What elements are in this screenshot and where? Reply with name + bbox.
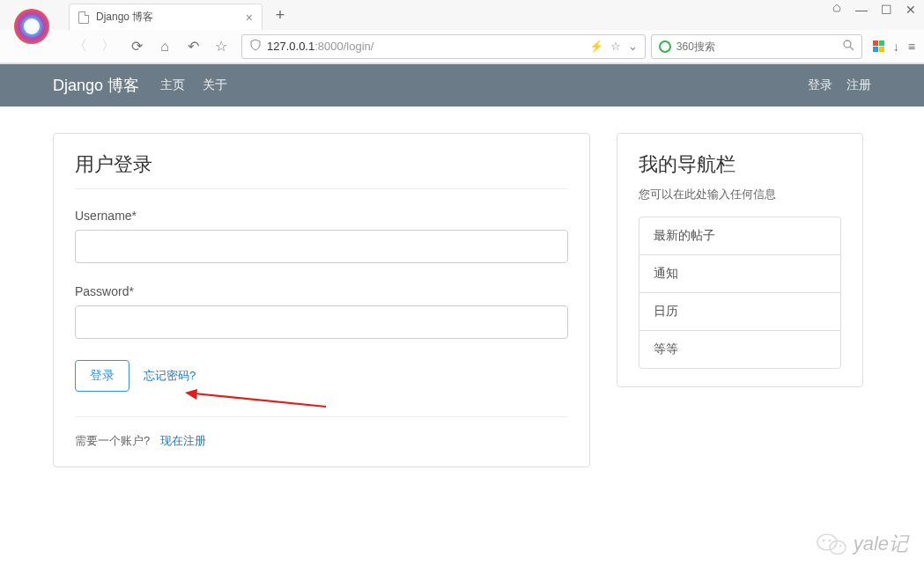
- page-body: 用户登录 Username* Password* 登录 忘记密码? 需要一个账户…: [0, 107, 924, 494]
- site-header: Django 博客 主页 关于 登录 注册: [0, 64, 924, 107]
- browser-logo-icon: [11, 5, 53, 48]
- list-item[interactable]: 日历: [639, 293, 840, 331]
- window-controls: — ☐ ✕: [829, 2, 919, 18]
- shield-icon: [249, 39, 262, 54]
- nav-about[interactable]: 关于: [203, 77, 227, 93]
- watermark-text: yale记: [854, 531, 908, 557]
- sidebar-card: 我的导航栏 您可以在此处输入任何信息 最新的帖子 通知 日历 等等: [617, 133, 863, 387]
- tab-strip: Django 博客 × + — ☐ ✕: [0, 0, 924, 30]
- login-card: 用户登录 Username* Password* 登录 忘记密码? 需要一个账户…: [53, 133, 590, 467]
- reload-button[interactable]: ⟳: [125, 35, 148, 58]
- svg-point-1: [24, 18, 40, 34]
- need-account-text: 需要一个账户?: [75, 434, 150, 447]
- list-item[interactable]: 通知: [639, 255, 840, 293]
- file-icon: [78, 11, 89, 24]
- minimize-button[interactable]: —: [854, 2, 869, 18]
- browser-chrome: Django 博客 × + — ☐ ✕ 〈 〉 ⟳ ⌂ ↶ ☆ 127.0.0.…: [0, 0, 924, 64]
- nav-register[interactable]: 注册: [846, 77, 871, 93]
- svg-point-10: [833, 545, 835, 547]
- auth-nav: 登录 注册: [808, 77, 871, 93]
- wardrobe-icon[interactable]: [829, 2, 845, 18]
- watermark: yale记: [817, 531, 908, 557]
- search-input[interactable]: [676, 40, 837, 53]
- login-actions: 登录 忘记密码?: [75, 360, 568, 392]
- close-tab-icon[interactable]: ×: [246, 11, 253, 25]
- forward-button[interactable]: 〉: [97, 35, 120, 58]
- sidebar-list: 最新的帖子 通知 日历 等等: [639, 217, 841, 369]
- apps-grid-icon[interactable]: [873, 40, 884, 52]
- dropdown-icon[interactable]: ⌄: [628, 40, 638, 53]
- password-label: Password*: [75, 284, 568, 298]
- username-input[interactable]: [75, 230, 568, 263]
- favorite-button[interactable]: ☆: [210, 35, 233, 58]
- nav-login[interactable]: 登录: [808, 77, 832, 93]
- sidebar-subtitle: 您可以在此处输入任何信息: [639, 187, 841, 202]
- address-actions: ⚡ ☆ ⌄: [589, 40, 638, 53]
- download-icon[interactable]: ↓: [893, 40, 899, 54]
- home-button[interactable]: ⌂: [153, 35, 176, 58]
- svg-point-2: [844, 40, 851, 48]
- svg-point-11: [839, 545, 840, 547]
- primary-nav: 主页 关于: [160, 77, 227, 93]
- browser-tab[interactable]: Django 博客 ×: [69, 4, 262, 30]
- signup-row: 需要一个账户? 现在注册: [75, 416, 568, 449]
- maximize-button[interactable]: ☐: [878, 2, 894, 18]
- list-item[interactable]: 等等: [639, 331, 840, 368]
- search-bar[interactable]: [651, 34, 862, 59]
- toolbar-extras: ↓ ≡: [873, 40, 915, 54]
- login-button[interactable]: 登录: [75, 360, 129, 392]
- star-icon[interactable]: ☆: [610, 40, 621, 53]
- svg-point-7: [830, 541, 846, 555]
- login-title: 用户登录: [75, 151, 568, 178]
- new-tab-button[interactable]: +: [268, 3, 292, 27]
- back-button[interactable]: 〈: [69, 35, 92, 58]
- svg-point-9: [828, 540, 831, 542]
- password-input[interactable]: [75, 305, 568, 339]
- address-bar[interactable]: 127.0.0.1:8000/login/ ⚡ ☆ ⌄: [241, 34, 646, 59]
- register-link[interactable]: 现在注册: [160, 434, 206, 447]
- nav-home[interactable]: 主页: [160, 77, 185, 93]
- flash-icon[interactable]: ⚡: [589, 40, 603, 53]
- wechat-icon: [817, 532, 846, 556]
- site-brand[interactable]: Django 博客: [53, 75, 139, 96]
- sidebar-title: 我的导航栏: [639, 151, 841, 178]
- svg-point-8: [822, 540, 824, 542]
- username-label: Username*: [75, 209, 568, 223]
- search-icon[interactable]: [842, 39, 854, 54]
- forgot-password-link[interactable]: 忘记密码?: [144, 368, 196, 384]
- tab-title: Django 博客: [96, 10, 239, 25]
- close-window-button[interactable]: ✕: [903, 2, 919, 18]
- svg-line-3: [850, 47, 854, 50]
- undo-button[interactable]: ↶: [181, 35, 204, 58]
- search-engine-icon: [659, 40, 671, 53]
- menu-icon[interactable]: ≡: [908, 40, 915, 54]
- divider: [75, 188, 568, 189]
- url-text: 127.0.0.1:8000/login/: [267, 40, 584, 53]
- browser-toolbar: 〈 〉 ⟳ ⌂ ↶ ☆ 127.0.0.1:8000/login/ ⚡ ☆ ⌄ …: [0, 30, 924, 63]
- list-item[interactable]: 最新的帖子: [639, 217, 840, 255]
